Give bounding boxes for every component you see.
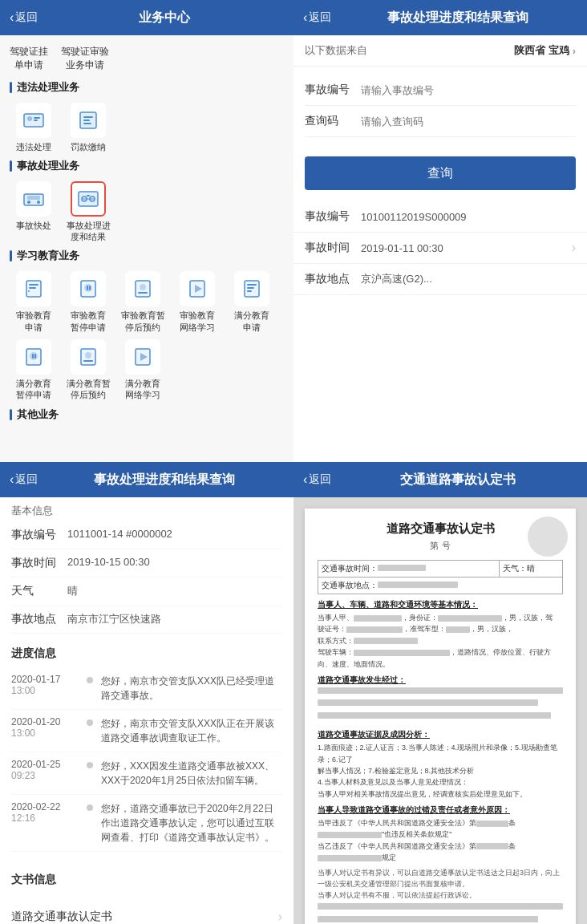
review-edu-online-icon [180,271,215,306]
svg-point-50 [85,352,91,359]
panel1-back-label: 返回 [15,10,38,25]
location-bar[interactable]: 以下数据来自 陕西省 宝鸡 › [294,35,587,67]
quick-link-license-hang[interactable]: 驾驶证挂单申请 [10,45,48,72]
icon-review-edu-resume[interactable]: 审验教育暂停后预约 [119,271,167,333]
result-accident-time[interactable]: 事故时间 2019-01-11 00:30 › [294,233,587,264]
accident-quick-icon [16,181,51,217]
query-code-row: 查询码 [305,106,576,137]
icon-full-score-resume[interactable]: 满分教育暂停后预约 [64,339,112,401]
svg-rect-9 [83,123,91,124]
svg-rect-46 [32,354,34,359]
full-score-suspend-label: 满分教育暂停申请 [16,378,51,401]
icon-accident-progress[interactable]: 事故处理进度和结果 [64,181,112,243]
fine-payment-label: 罚款缴纳 [71,141,106,152]
progress-date-4: 2020-02-22 12:16 [11,801,83,845]
education-grid-2: 满分教育暂停申请 满分教育暂停后预约 [10,339,284,401]
progress-text-1: 您好，南京市交管支队XXX队已经受理道路交通事故。 [96,674,282,703]
icon-full-score-suspend[interactable]: 满分教育暂停申请 [10,339,58,401]
field-accident-time: 事故时间 2019-10-15 00:30 [11,549,282,578]
doc-parties-content: 当事人甲、，身份证：，男，汉族，驾 驶证号：，准驾车型：，男，汉族， 联系方式：… [318,612,563,670]
svg-rect-3 [34,117,40,119]
dot-icon-4 [87,804,93,811]
panel1-header: ‹ 返回 业务中心 [0,0,294,35]
accident-no-input[interactable] [361,84,576,96]
back-chevron-icon-4: ‹ [303,472,307,487]
panel4-back-label: 返回 [309,472,331,487]
fine-payment-icon [71,103,106,138]
doc-main-title: 道路交通事故认定书 [318,521,563,537]
field-weather: 天气 晴 [11,578,282,606]
review-edu-online-label: 审验教育网络学习 [180,310,215,333]
field-label-accident-no: 事故编号 [11,528,67,542]
result-accident-no: 事故编号 10100112019S000009 [294,201,587,233]
field-value-accident-time: 2019-10-15 00:30 [67,556,282,568]
icon-fine-payment[interactable]: 罚款缴纳 [64,103,112,152]
panel3-content: 基本信息 事故编号 1011001-14 #0000002 事故时间 2019-… [0,497,294,924]
panel2-back-label: 返回 [309,10,331,25]
panel3-back-button[interactable]: ‹ 返回 [10,472,38,487]
icon-review-edu-suspend[interactable]: 审验教育暂停申请 [64,271,112,333]
panel4-title: 交通道路事故认定书 [338,472,577,488]
doc-evidence-title: 道路交通事故证据及成因分析： [318,729,563,740]
doc-responsibility-content: 当甲违反了《中华人民共和国道路交通安全法》第条 "也违反相关条款规定" 当乙违反… [318,817,563,864]
progress-item-4: 2020-02-22 12:16 您好，道路交通事故已于2020年2月22日作出… [11,795,282,852]
panel3-header: ‹ 返回 事故处理进度和结果查询 [0,462,294,497]
panel1-back-button[interactable]: ‹ 返回 [10,10,38,25]
section-violation: 违法处理业务 [10,80,284,95]
full-score-online-label: 满分教育网络学习 [125,378,160,401]
dot-icon-1 [87,677,93,683]
icon-full-score-apply[interactable]: 满分教育申请 [228,271,276,333]
progress-text-4: 您好，道路交通事故已于2020年2月22日作出道路交通事故认定，您可以通过互联网… [96,801,282,845]
location-label: 以下数据来自 [305,43,367,58]
svg-rect-23 [29,284,38,286]
icon-full-score-online[interactable]: 满分教育网络学习 [119,339,167,401]
accident-quick-label: 事故快处 [16,220,51,231]
panel2-back-button[interactable]: ‹ 返回 [303,10,331,25]
result-accident-location: 事故地点 京沪高速(G2)... [294,264,587,295]
back-chevron-icon: ‹ [10,10,14,25]
quick-link-license-review[interactable]: 驾驶证审验业务申请 [61,45,109,72]
svg-rect-19 [87,195,90,197]
progress-date-1: 2020-01-17 13:00 [11,674,83,703]
query-button[interactable]: 查询 [305,156,576,190]
doc-item-row[interactable]: 道路交通事故认定书 › [11,902,282,924]
doc-item-label: 道路交通事故认定书 [11,910,278,924]
progress-text-3: 您好，XXX因发生道路交通事故被XXX、XXX于2020年1月25日依法扣留车辆… [96,759,282,788]
doc-time-label: 交通事故时间： [318,561,500,578]
full-score-apply-icon [234,271,269,306]
field-label-accident-time: 事故时间 [11,556,67,570]
svg-rect-24 [29,287,36,289]
location-arrow-icon: › [573,45,576,57]
svg-rect-41 [247,287,254,289]
doc-parties-title: 当事人、车辆、道路和交通环境等基本情况： [318,599,563,610]
doc-location-label: 交通事故地点： [318,578,563,594]
svg-rect-4 [34,120,38,121]
accident-no-row: 事故编号 [305,75,576,106]
progress-dot-3 [83,759,96,788]
panel1-title: 业务中心 [44,10,284,26]
doc-item-arrow-icon: › [278,910,282,924]
icon-review-edu-online[interactable]: 审验教育网络学习 [173,271,221,333]
panel-business-center: ‹ 返回 业务中心 驾驶证挂单申请 驾驶证审验业务申请 违法处理业务 [0,0,294,462]
doc-warning-content: 当事人对认定书有异议，可以自道路交通事故认定书送达之日起3日内，向上一级公安机关… [318,867,563,924]
progress-dot-2 [83,716,96,745]
accident-no-label: 事故编号 [305,83,361,97]
panel4-back-button[interactable]: ‹ 返回 [303,472,331,487]
svg-point-2 [27,116,32,121]
icon-review-edu-apply[interactable]: 审验教育申请 [10,271,58,333]
education-grid: 审验教育申请 审验教育暂停申请 [10,271,284,333]
progress-dot-4 [83,801,96,845]
icon-accident-quick[interactable]: 事故快处 [10,181,58,243]
progress-item-2: 2020-01-20 13:00 您好，南京市交管支队XXX队正在开展该道路交通… [11,710,282,752]
full-score-resume-icon [71,339,106,375]
panel2-title: 事故处理进度和结果查询 [338,10,577,26]
doc-weather-label: 天气：晴 [499,561,563,578]
dot-icon-3 [87,762,93,768]
query-code-input[interactable] [361,116,576,128]
svg-rect-47 [34,354,36,359]
icon-violation-handle[interactable]: 违法处理 [10,103,58,152]
svg-rect-42 [247,290,252,292]
panel-accident-progress: ‹ 返回 事故处理进度和结果查询 基本信息 事故编号 1011001-14 #0… [0,462,294,924]
back-chevron-icon-2: ‹ [303,10,307,25]
doc-header-table: 交通事故时间： 天气：晴 交通事故地点： [318,560,563,594]
